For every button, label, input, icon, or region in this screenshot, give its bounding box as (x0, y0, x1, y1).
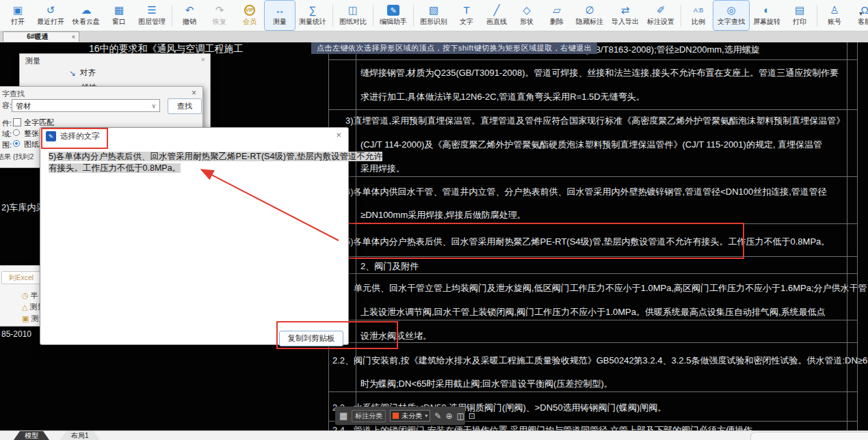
find-keyword-dropdown[interactable]: 管材 ∨ (12, 99, 160, 112)
move-annotation-icon[interactable]: ⊕ (445, 411, 452, 421)
toolbar-item-label: 最近打开 (37, 17, 64, 27)
cad-text-line: 3)直埋管道,采用预制直埋保温管。直埋管道及管件应符合国家现行标准《高密度聚乙烯… (345, 115, 845, 127)
stats-item-label: 半 (31, 290, 38, 301)
toolbar-overflow-chevron-icon[interactable]: ▾ (859, 10, 863, 17)
screen-rotate-icon: ◐ (763, 5, 770, 16)
toolbar-item-text-search[interactable]: ◎文字查找 (713, 1, 749, 30)
tab-layout1[interactable]: 布局1 (60, 431, 100, 440)
recent-open-icon: ↺ (47, 5, 55, 16)
toolbar-item-import-export[interactable]: ⇄导入导出 (607, 1, 643, 30)
cad-text-line: 时为蝶阀;DN<65时采用截止阀;回水管道设平衡阀(压差控制型)。 (360, 378, 613, 390)
toolbar-item-window[interactable]: ▦窗口 (104, 1, 134, 30)
align-icon: ↘ (69, 68, 76, 78)
toolbar-item-label: 快看云盘 (73, 17, 100, 27)
selected-text-dialog-close-icon[interactable]: × (336, 130, 341, 140)
hide-annotation-icon: ∅ (585, 5, 594, 16)
toolbar-item-annotation-settings[interactable]: ✐标注设置 (643, 1, 679, 30)
selected-text-highlight: 有接头。工作压力不低于0.8MPa。 (49, 163, 181, 173)
tab-close-icon[interactable]: × (72, 33, 75, 40)
toolbar-item-text[interactable]: T文字 (451, 1, 482, 30)
selected-text-highlight: 5)各单体内分户热表后供、回水管采用耐热聚乙烯PE-RT(S4级)管,垫层内敷设… (49, 152, 382, 161)
toolbar-item-delete[interactable]: ▱删除 (542, 1, 572, 30)
toolbar-separator (172, 5, 172, 27)
selected-text-line: 5)各单体内分户热表后供、回水管采用耐热聚乙烯PE-RT(S4级)管,垫层内敷设… (49, 151, 382, 163)
toolbar-item-label: 测量统计 (299, 17, 326, 27)
paste-annotation-icon[interactable]: ⊡ (469, 411, 475, 421)
toolbar-item-label: 屏幕旋转 (753, 17, 780, 27)
cad-text-line: 采用焊接。 (360, 163, 405, 175)
red-annotation-title-box (41, 128, 108, 149)
document-tab-bar: 6#暖通 × (0, 31, 868, 42)
toolbar-item-draw-line[interactable]: ╱画直线 (482, 1, 512, 30)
import-export-icon: ⇄ (621, 5, 630, 16)
toolbar-item-label: 标注设置 (647, 17, 674, 27)
toolbar-separator (817, 5, 817, 27)
category-color-swatch (393, 413, 399, 419)
toolbar-item-recent-open[interactable]: ↺最近打开 (33, 1, 68, 30)
export-excel-button[interactable]: 到Excel (1, 271, 41, 284)
cad-text-line: ≥DN100mm采用焊接,焊接后做防腐处理。 (360, 209, 526, 221)
find-content-label: 容: (2, 100, 12, 111)
toolbar-item-label: 打开 (11, 17, 25, 27)
measure-panel-close-icon[interactable]: × (201, 55, 205, 64)
edit-annotation-icon[interactable]: ✎ (434, 411, 441, 421)
toolbar-item-label: 文字 (460, 17, 473, 27)
toolbar-separator (332, 5, 333, 27)
scale-icon: A:B (694, 5, 704, 16)
toolbar-item-shape-recognition[interactable]: ▧图形识别 (416, 1, 451, 30)
cad-text-line: (CJ/T 114-2000)及《高密度聚乙烯外护管聚氨酯硬质泡沫塑料预制直埋保… (360, 139, 822, 151)
toolbar-item-label: 恢复 (213, 17, 226, 27)
toolbar-separator (413, 5, 414, 27)
toolbar-item-label: 测量 (273, 17, 287, 27)
tab-label: 6#暖通 (3, 32, 72, 42)
toolbar-item-drawing-compare[interactable]: ◫图纸对比 (335, 1, 371, 30)
range-radio-selected[interactable] (13, 140, 20, 147)
measure-item-align[interactable]: ↘ 对齐 (69, 68, 96, 78)
whole-word-checkbox[interactable] (13, 118, 21, 126)
category-label: 标注分类 (352, 410, 386, 422)
find-button[interactable]: 查找 (168, 98, 202, 114)
edit-assistant-icon: ✎ (387, 5, 399, 16)
hint-tooltip: 点击左键依次选择异形区域的顶点，按下shift键切换为矩形区域提取，右键退出 (311, 42, 597, 54)
red-highlight-box-line5 (345, 223, 744, 259)
selected-text-dialog: ✎ 选择的文字 × 5)各单体内分户热表后供、回水管采用耐热聚乙烯PE-RT(S… (40, 127, 349, 345)
toolbar-item-measure-stats[interactable]: ∑测量统计 (295, 1, 330, 30)
toolbar-item-scale[interactable]: A:B比例 (683, 1, 713, 30)
toolbar-item-label: 形状 (520, 17, 534, 27)
toolbar-item-screen-rotate[interactable]: ◐屏幕旋转 (749, 1, 785, 30)
toolbar-item-vip[interactable]: VIP会员 (235, 1, 265, 30)
toolbar-item-cloud-drive[interactable]: ☁快看云盘 (68, 1, 104, 30)
cad-text-line: 缝焊接钢管,材质为Q235(GB/T3091-2008)。管道可焊接、丝接和法兰… (360, 67, 839, 79)
toolbar-item-hide-annotation[interactable]: ∅隐藏标注 (572, 1, 607, 30)
toolbar-item-print[interactable]: ▤打印 (785, 1, 815, 30)
toolbar-item-measure[interactable]: ↔测量 (265, 1, 295, 30)
scope-radio[interactable] (13, 129, 20, 136)
find-dialog-close-icon[interactable]: × (192, 88, 196, 98)
notification-toast (750, 432, 868, 440)
toolbar-item-open[interactable]: ▣打开 (3, 1, 33, 30)
grid-line (328, 342, 857, 343)
red-annotation-copy-box (276, 321, 398, 349)
toolbar-item-label: 文字查找 (718, 17, 745, 27)
toolbar-item-label: 导入导出 (611, 17, 639, 27)
vip-icon: VIP (244, 5, 255, 16)
toolbar-item-edit-assistant[interactable]: ✎编辑助手 (376, 1, 411, 30)
toolbar-item-label: 比例 (692, 17, 705, 27)
copy-annotation-icon[interactable]: ◫ (456, 411, 464, 421)
triangle-icon: △ (22, 303, 27, 312)
toolbar-item-undo[interactable]: ↶撤销 (174, 1, 205, 30)
category-dropdown[interactable]: 未分类 ▾ (390, 410, 430, 422)
annotation-category-toolbar: ▦ 标注分类 未分类 ▾ ✎ ⊕ ◫ ⊡ (335, 407, 465, 425)
toolbar-item-shape[interactable]: ◇形状 (512, 1, 542, 30)
cad-text-line: 4)各单体内供回水干管、管道井内立管、分户热表前供、回水管采用内外壁热镀锌钢管,… (345, 186, 827, 198)
toolbar-item-account[interactable]: ♙账号 (819, 1, 850, 30)
toolbar-item-label: 会员 (243, 17, 257, 27)
tab-model[interactable]: 模型 (14, 431, 49, 440)
redo-icon: ↷ (215, 5, 224, 16)
toolbar-item-redo[interactable]: ↷恢复 (205, 1, 235, 30)
tab-drawing[interactable]: 6#暖通 × (3, 31, 79, 42)
cad-text-line: 2.2、阀门安装前,按《建筑给水排水及采暖工程施工质量验收规范》GB50242第… (332, 355, 868, 367)
toolbar-item-layer-manager[interactable]: ☰图层管理 (134, 1, 170, 30)
grid-icon[interactable]: ▦ (339, 411, 347, 421)
window-icon: ▦ (114, 5, 124, 16)
